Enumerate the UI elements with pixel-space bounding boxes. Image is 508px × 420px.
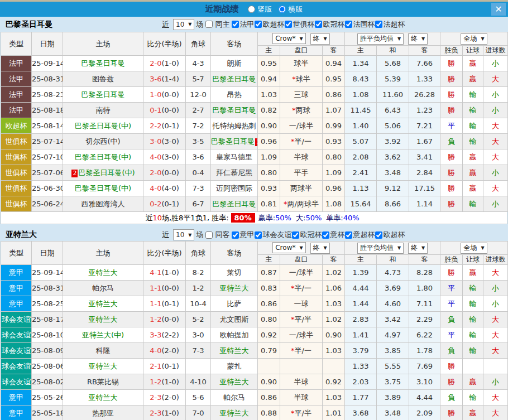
league-checkbox[interactable]: [315, 21, 322, 28]
horizontal-layout-label[interactable]: 横版: [289, 4, 303, 15]
avg-odds-select[interactable]: 胜平负均值▼: [357, 243, 404, 254]
league-filter-item[interactable]: 意杯: [322, 230, 344, 240]
avg-final-select[interactable]: 终▼: [408, 243, 428, 254]
away-team-cell: 迈阿密国际: [211, 181, 258, 196]
halftime-score: (0-0): [161, 106, 179, 114]
col-corner: 角球: [186, 32, 211, 56]
league-filter-item[interactable]: 欧冠杯: [314, 20, 344, 30]
avg-odds-select[interactable]: 胜平负均值▼: [357, 33, 404, 45]
summary-row-psg: 近10场,胜8平1负1, 胜率:80%赢率:50%大:50%单率:40%: [1, 212, 507, 224]
league-checkbox[interactable]: [255, 21, 262, 28]
league-checkbox[interactable]: [285, 21, 292, 28]
league-checkbox[interactable]: [375, 21, 382, 28]
vertical-layout-label[interactable]: 竖版: [258, 4, 272, 15]
date-cell: 25-08-14: [32, 118, 63, 134]
same-side-label[interactable]: 同客: [215, 230, 229, 240]
odds-final-select[interactable]: 终▼: [310, 33, 330, 45]
fulltime-score: 2-3: [150, 393, 161, 402]
same-side-label[interactable]: 同主: [215, 20, 229, 30]
league-checkbox[interactable]: [232, 231, 239, 239]
result-cell: 負: [440, 390, 463, 405]
avg-away-cell: 7.69: [409, 359, 440, 374]
league-filter-item[interactable]: 法国杯: [344, 20, 375, 30]
same-side-checkbox[interactable]: [205, 231, 213, 239]
date-cell: 25-05-18: [32, 405, 63, 420]
league-checkbox[interactable]: [375, 231, 382, 239]
avg-group-header: 胜平负均值▼终▼: [345, 32, 440, 46]
close-button[interactable]: ✕: [491, 3, 506, 16]
corner-cell: 8-2: [186, 265, 211, 281]
avg-home-cell: 15.64: [345, 196, 377, 212]
away-odds-cell: 1.02: [323, 312, 345, 327]
score-cell: 1-1(0-0): [143, 281, 186, 296]
handicap-cell: 半球: [280, 149, 323, 165]
league-filter-label: 欧超杯: [383, 230, 405, 240]
team-label: 亚特兰大: [220, 378, 249, 386]
league-filter-item[interactable]: 法甲: [231, 20, 254, 30]
league-filter-item[interactable]: 意超杯: [344, 230, 375, 240]
team-label: 皇家马德里: [216, 153, 252, 161]
goals-cell: 大: [483, 343, 508, 359]
league-type-cell: 法甲: [1, 87, 32, 103]
table-row: 世俱杯25-06-24西雅图海湾人0-2(0-1)6-7巴黎圣日耳曼0.81*两…: [1, 196, 508, 212]
team-label: 巴黎圣日耳曼: [82, 59, 125, 67]
league-checkbox[interactable]: [255, 231, 262, 239]
away-odds-cell: 1.03: [323, 343, 345, 359]
odds-final-select[interactable]: 终▼: [310, 243, 330, 254]
avg-draw-cell: 6.43: [377, 103, 409, 118]
score-cell: 3-3(2-2): [143, 327, 186, 343]
home-odds-cell: 0.80: [258, 312, 280, 327]
vertical-layout-radio[interactable]: [248, 6, 255, 13]
col-date: 日期: [32, 32, 63, 56]
near-label[interactable]: 近: [162, 20, 169, 30]
league-checkbox[interactable]: [345, 231, 352, 239]
league-filter-item[interactable]: 球会友谊: [254, 230, 291, 240]
horizontal-layout-radio[interactable]: [279, 6, 286, 13]
score-cell: 1-2(1-0): [143, 374, 186, 390]
league-checkbox[interactable]: [322, 231, 329, 239]
handicap-cell: *半/一: [280, 281, 323, 296]
odds-source-select[interactable]: Crow*▼: [272, 33, 305, 44]
table-row: 世俱杯25-06-30巴黎圣日耳曼(中)4-0(4-0)7-3迈阿密国际0.93…: [1, 181, 508, 196]
away-team-cell: 尤文图斯: [211, 312, 258, 327]
table-row: 法甲25-08-18南特0-1(0-0)2-7巴黎圣日耳曼0.82*两球1.07…: [1, 103, 508, 118]
league-filter-item[interactable]: 欧超杯: [375, 230, 405, 240]
league-checkbox[interactable]: [232, 21, 239, 28]
fullmatch-select[interactable]: 全场▼: [461, 33, 487, 45]
handicap-cell: *平/半: [280, 405, 323, 420]
score-cell: 2-0(0-0): [143, 165, 186, 181]
fulltime-score: 3-3: [150, 331, 161, 339]
league-checkbox[interactable]: [292, 231, 299, 239]
away-team-cell: 蒙扎: [211, 359, 258, 374]
fulltime-score: 1-0: [150, 90, 161, 99]
avg-away-cell: 7.21: [409, 118, 440, 134]
away-odds-cell: 0.92: [323, 374, 345, 390]
fulltime-score: 4-1: [150, 268, 161, 277]
league-filter-item[interactable]: 意甲: [231, 230, 254, 240]
handicap-result-cell: 輸: [463, 103, 483, 118]
halftime-score: (1-0): [161, 268, 179, 277]
avg-final-select[interactable]: 终▼: [408, 33, 428, 45]
same-side-checkbox[interactable]: [205, 21, 213, 28]
col-avg-draw: 和: [377, 255, 409, 265]
fullmatch-select[interactable]: 全场▼: [461, 243, 487, 254]
match-count-select[interactable]: 10 ▼: [173, 19, 194, 30]
league-filter-item[interactable]: 欧冠杯: [291, 230, 322, 240]
league-filter-item[interactable]: 世俱杯: [284, 20, 314, 30]
near-label[interactable]: 近: [162, 230, 169, 240]
away-team-cell: 亚特兰大: [211, 281, 258, 296]
team-label: 巴黎圣日耳曼(中): [78, 168, 135, 177]
league-filter-item[interactable]: 法超杯: [375, 20, 405, 30]
handicap-cell: 半球: [280, 374, 323, 390]
league-filter-item[interactable]: 欧超杯: [254, 20, 284, 30]
handicap-label: 一球: [294, 300, 309, 308]
team-label: 热那亚: [92, 409, 114, 417]
avg-draw-cell: 5.55: [377, 359, 409, 374]
handicap-label: 半/一: [295, 346, 311, 355]
odds-source-select[interactable]: Crow*▼: [272, 242, 305, 253]
league-filter-label: 意超杯: [353, 230, 375, 240]
league-checkbox[interactable]: [345, 21, 352, 28]
match-count-select[interactable]: 10 ▼: [173, 229, 194, 240]
chevron-down-icon: ▼: [397, 36, 401, 41]
avg-away-cell: 1.78: [409, 343, 440, 359]
